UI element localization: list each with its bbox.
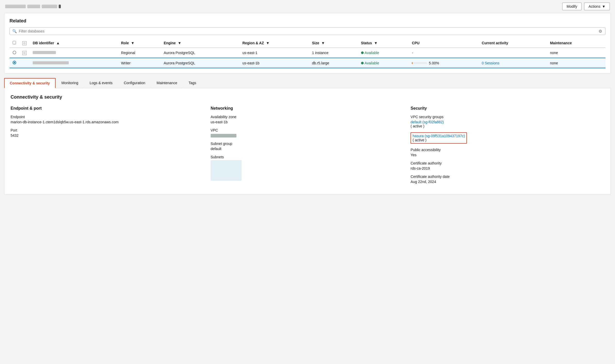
search-bar: 🔍 ⚙ xyxy=(10,27,605,35)
modify-button[interactable]: Modify xyxy=(562,3,582,10)
port-value: 5432 xyxy=(11,133,204,137)
db-table: □ DB identifier ▲ Role ▼ Engine ▼ Regio xyxy=(10,39,605,68)
status-text-2: Available xyxy=(365,61,379,65)
sessions-link[interactable]: 0 Sessions xyxy=(482,61,499,65)
expand-row1-icon[interactable]: □ xyxy=(22,51,27,55)
col-maintenance: Maintenance xyxy=(547,39,605,48)
top-bar: Modify Actions ▼ xyxy=(0,0,615,13)
region-row2: us-east-1b xyxy=(239,58,309,68)
vpc-value xyxy=(211,133,405,137)
settings-icon[interactable]: ⚙ xyxy=(599,29,602,34)
col-region: Region & AZ ▼ xyxy=(239,39,309,48)
title-blur-2 xyxy=(27,5,40,8)
subnet-group-value: default xyxy=(211,147,405,151)
cert-auth-label: Certificate authority xyxy=(411,161,604,165)
table-row[interactable]: □ Regional Aurora PostgreSQL us-east-1 1… xyxy=(10,48,605,58)
col-db-identifier: DB identifier ▲ xyxy=(30,39,118,48)
sg2-sub: ( active ) xyxy=(413,138,426,142)
tab-logs[interactable]: Logs & events xyxy=(84,78,118,88)
cpu-pct: 5.00% xyxy=(429,61,439,65)
maintenance-row2: none xyxy=(547,58,605,68)
subnets-label: Subnets xyxy=(211,155,405,159)
cert-auth-value: rds-ca-2019 xyxy=(411,166,604,170)
activity-row1 xyxy=(479,48,547,58)
endpoint-label: Endpoint xyxy=(11,115,204,119)
sort-icon-size[interactable]: ▼ xyxy=(321,41,325,45)
status-text-1: Available xyxy=(365,51,379,55)
networking-heading: Networking xyxy=(211,106,405,111)
col-engine: Engine ▼ xyxy=(161,39,240,48)
col-status: Status ▼ xyxy=(358,39,409,48)
networking-col: Networking Availability zone us-east-1b … xyxy=(211,106,405,188)
cert-auth-date-label: Certificate authority date xyxy=(411,175,604,179)
sort-icon[interactable]: ▼ xyxy=(131,41,134,45)
engine-row2: Aurora PostgreSQL xyxy=(161,58,240,68)
actions-button[interactable]: Actions ▼ xyxy=(584,3,610,10)
sg2-highlighted-box: hasura (sg-09f531a109437197c) ( active ) xyxy=(411,132,467,144)
size-row1: 1 instance xyxy=(309,48,358,58)
status-row1: Available xyxy=(358,48,409,58)
connectivity-section-title: Connectivity & security xyxy=(11,94,604,100)
status-dot-2 xyxy=(361,62,364,64)
actions-label: Actions xyxy=(588,4,600,8)
sort-icon-engine[interactable]: ▼ xyxy=(178,41,181,45)
cpu-bar-track xyxy=(412,62,427,64)
az-label: Availability zone xyxy=(211,115,405,119)
sort-icon-status[interactable]: ▼ xyxy=(374,41,378,45)
related-card: Related 🔍 ⚙ □ DB identifier ▲ Role ▼ xyxy=(4,13,611,74)
connectivity-section: Connectivity & security Endpoint & port … xyxy=(4,88,611,194)
vpc-sg-label: VPC security groups xyxy=(411,115,604,119)
engine-row1: Aurora PostgreSQL xyxy=(161,48,240,58)
sg1-sub: ( active ) xyxy=(411,124,424,128)
security-col: Security VPC security groups default (sg… xyxy=(411,106,604,188)
page-title xyxy=(5,5,61,8)
status-row2: Available xyxy=(358,58,409,68)
col-cpu: CPU xyxy=(409,39,479,48)
connectivity-columns: Endpoint & port Endpoint marion-db-insta… xyxy=(11,106,604,188)
port-label: Port xyxy=(11,128,204,132)
cpu-row2: 5.00% xyxy=(409,58,479,68)
public-acc-value: Yes xyxy=(411,153,604,157)
region-row1: us-east-1 xyxy=(239,48,309,58)
top-bar-actions: Modify Actions ▼ xyxy=(562,3,610,10)
radio-row1[interactable] xyxy=(13,51,16,54)
activity-row2: 0 Sessions xyxy=(479,58,547,68)
expand-all-icon[interactable]: □ xyxy=(22,41,27,45)
subnet-group-label: Subnet group xyxy=(211,142,405,146)
cert-auth-date-value: Aug 22nd, 2024 xyxy=(411,180,604,184)
tab-bar: Connectivity & security Monitoring Logs … xyxy=(4,78,611,88)
vpc-label: VPC xyxy=(211,128,405,132)
tab-connectivity[interactable]: Connectivity & security xyxy=(4,78,56,88)
table-header-row: □ DB identifier ▲ Role ▼ Engine ▼ Regio xyxy=(10,39,605,48)
maintenance-row1: none xyxy=(547,48,605,58)
az-value: us-east-1b xyxy=(211,120,405,124)
col-activity: Current activity xyxy=(479,39,547,48)
chevron-down-icon: ▼ xyxy=(602,4,605,8)
endpoint-col: Endpoint & port Endpoint marion-db-insta… xyxy=(11,106,204,188)
radio-row2[interactable] xyxy=(13,61,16,64)
sg1-link[interactable]: default (sg-f02fa882) xyxy=(411,120,444,124)
title-blur-1 xyxy=(5,5,26,8)
subnets-blur xyxy=(211,160,242,181)
db-id-blur-1 xyxy=(33,51,56,54)
table-row[interactable]: Writer Aurora PostgreSQL us-east-1b db.r… xyxy=(10,58,605,68)
databases-table: □ DB identifier ▲ Role ▼ Engine ▼ Regio xyxy=(10,39,605,68)
search-input[interactable] xyxy=(19,29,603,33)
tab-tags[interactable]: Tags xyxy=(183,78,202,88)
endpoint-value: marion-db-instance-1.ctem1dslqb5w.us-eas… xyxy=(11,120,204,124)
tab-monitoring[interactable]: Monitoring xyxy=(56,78,84,88)
size-row2: db.r5.large xyxy=(309,58,358,68)
sg1-value: default (sg-f02fa882) ( active ) xyxy=(411,120,604,128)
sort-asc-icon[interactable]: ▲ xyxy=(56,41,60,45)
col-size: Size ▼ xyxy=(309,39,358,48)
endpoint-heading: Endpoint & port xyxy=(11,106,204,111)
sort-icon-region[interactable]: ▼ xyxy=(266,41,270,45)
cpu-bar-fill xyxy=(412,62,413,64)
cpu-row1: - xyxy=(409,48,479,58)
tab-configuration[interactable]: Configuration xyxy=(118,78,151,88)
sg2-link[interactable]: hasura (sg-09f531a109437197c) xyxy=(413,134,465,138)
status-dot-1 xyxy=(361,51,364,54)
tab-maintenance[interactable]: Maintenance xyxy=(151,78,183,88)
select-all-checkbox[interactable] xyxy=(13,41,16,44)
subnets-value xyxy=(211,160,405,181)
